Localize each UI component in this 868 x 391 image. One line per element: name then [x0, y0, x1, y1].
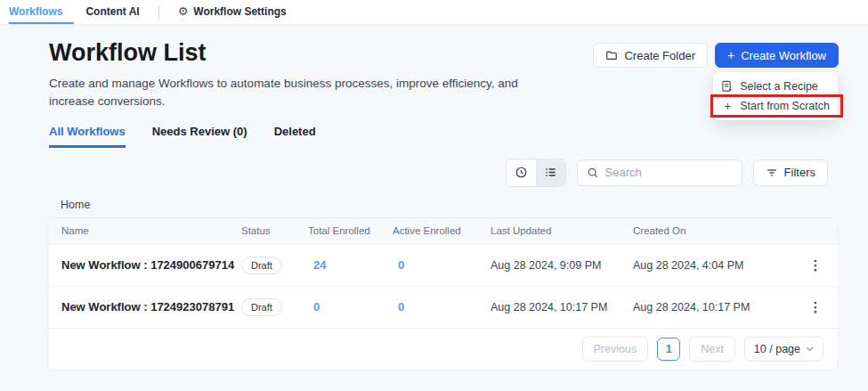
nav-tab-content-ai[interactable]: Content AI — [74, 0, 150, 24]
column-header-active-enrolled: Active Enrolled — [393, 225, 491, 236]
nav-workflow-settings-label: Workflow Settings — [193, 5, 286, 18]
nav-divider — [158, 5, 159, 19]
workflow-name-link[interactable]: New Workflow : 1724923078791 — [48, 300, 241, 314]
column-header-last-updated: Last Updated — [491, 225, 633, 236]
create-workflow-menu: Select a Recipe + Start from Scratch — [713, 72, 838, 120]
workflow-name-link[interactable]: New Workflow : 1724900679714 — [48, 258, 241, 272]
list-view-button[interactable] — [536, 159, 565, 186]
filters-button[interactable]: Filters — [753, 159, 828, 186]
timeline-view-button[interactable] — [507, 159, 536, 186]
plus-icon: + — [727, 49, 734, 61]
title-block: Workflow List Create and manage Workflow… — [49, 39, 534, 111]
tab-needs-review[interactable]: Needs Review (0) — [152, 125, 247, 148]
menu-item-label: Select a Recipe — [740, 80, 818, 93]
create-folder-label: Create Folder — [624, 49, 694, 62]
page-header: Workflow List Create and manage Workflow… — [0, 39, 868, 111]
page-number-button[interactable]: 1 — [657, 338, 680, 361]
workflow-table-card: Name Status Total Enrolled Active Enroll… — [47, 217, 839, 371]
header-actions: Create Folder + Create Workflow — [593, 43, 839, 68]
tab-all-workflows[interactable]: All Workflows — [49, 125, 126, 148]
kebab-menu-icon[interactable]: ⋮ — [809, 300, 823, 314]
status-badge: Draft — [241, 298, 282, 316]
created-on-cell: Aug 28 2024, 10:17 PM — [633, 301, 793, 314]
create-workflow-button[interactable]: + Create Workflow — [715, 43, 839, 68]
list-toolbar: Filters — [0, 159, 828, 187]
last-updated-cell: Aug 28 2024, 10:17 PM — [491, 301, 633, 314]
list-icon — [544, 166, 557, 179]
status-badge: Draft — [241, 257, 282, 274]
page-body: Workflow List Create and manage Workflow… — [0, 25, 868, 371]
actions-cell: ⋮ — [793, 258, 838, 272]
total-enrolled-link[interactable]: 0 — [308, 300, 393, 314]
menu-item-select-a-recipe[interactable]: Select a Recipe — [713, 77, 838, 96]
previous-page-button[interactable]: Previous — [582, 337, 649, 362]
actions-cell: ⋮ — [793, 300, 838, 314]
tab-deleted[interactable]: Deleted — [274, 125, 316, 148]
column-header-total-enrolled: Total Enrolled — [308, 225, 393, 236]
page-size-select[interactable]: 10 / page — [744, 337, 823, 362]
menu-item-label: Start from Scratch — [740, 100, 830, 112]
menu-item-start-from-scratch[interactable]: + Start from Scratch — [713, 96, 838, 116]
view-toggle — [506, 159, 566, 187]
filters-label: Filters — [784, 166, 815, 179]
active-enrolled-link[interactable]: 0 — [393, 258, 491, 272]
nav-tab-workflows[interactable]: Workflows — [9, 0, 74, 24]
created-on-cell: Aug 28 2024, 4:04 PM — [633, 259, 793, 272]
nav-tab-workflow-settings[interactable]: ⚙ Workflow Settings — [166, 0, 298, 24]
pagination: Previous 1 Next 10 / page — [48, 329, 838, 370]
kebab-menu-icon[interactable]: ⋮ — [809, 258, 823, 272]
create-folder-button[interactable]: Create Folder — [593, 43, 707, 68]
table-header-row: Name Status Total Enrolled Active Enroll… — [48, 218, 838, 245]
last-updated-cell: Aug 28 2024, 9:09 PM — [491, 259, 633, 272]
status-cell: Draft — [241, 257, 308, 274]
page-title: Workflow List — [49, 39, 534, 67]
filter-icon — [766, 167, 778, 179]
search-box — [577, 159, 742, 186]
status-cell: Draft — [241, 298, 308, 316]
page-description: Create and manage Workflows to automate … — [49, 75, 534, 111]
gear-icon: ⚙ — [178, 5, 189, 17]
table-row: New Workflow : 1724923078791 Draft 0 0 A… — [48, 287, 838, 329]
top-nav: Workflows Content AI ⚙ Workflow Settings — [0, 0, 868, 25]
nav-content-ai-label: Content AI — [85, 5, 139, 18]
next-page-button[interactable]: Next — [689, 337, 735, 362]
recipe-icon — [721, 80, 734, 93]
nav-workflows-label: Workflows — [9, 5, 62, 18]
column-header-name: Name — [48, 225, 241, 236]
page-size-label: 10 / page — [754, 343, 800, 355]
search-icon — [587, 167, 599, 179]
column-header-created-on: Created On — [633, 225, 793, 236]
column-header-status: Status — [241, 225, 308, 236]
plus-icon: + — [721, 100, 734, 112]
total-enrolled-link[interactable]: 24 — [308, 258, 393, 272]
active-enrolled-link[interactable]: 0 — [393, 300, 491, 314]
list-tabs: All Workflows Needs Review (0) Deleted — [0, 125, 868, 148]
create-workflow-label: Create Workflow — [741, 49, 826, 62]
table-row: New Workflow : 1724900679714 Draft 24 0 … — [48, 245, 838, 287]
search-input[interactable] — [605, 166, 733, 179]
folder-icon — [605, 49, 618, 61]
clock-icon — [515, 166, 528, 179]
breadcrumb[interactable]: Home — [61, 199, 868, 211]
chevron-down-icon — [806, 346, 814, 352]
